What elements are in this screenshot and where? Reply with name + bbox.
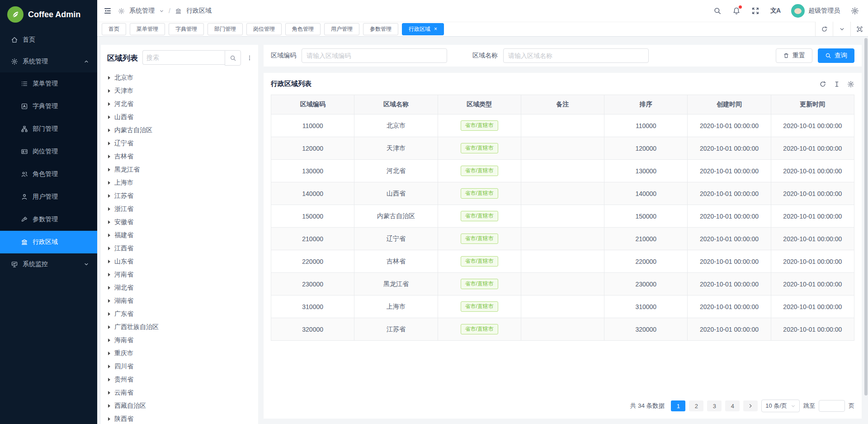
tab-5[interactable]: 岗位管理 bbox=[246, 23, 282, 35]
tree-item[interactable]: 天津市 bbox=[101, 84, 258, 97]
expand-caret-icon[interactable] bbox=[108, 194, 110, 198]
tree-item[interactable]: 广东省 bbox=[101, 307, 258, 320]
tree-item[interactable]: 福建省 bbox=[101, 229, 258, 242]
sidebar-item-post[interactable]: 岗位管理 bbox=[0, 140, 97, 163]
expand-caret-icon[interactable] bbox=[108, 76, 110, 80]
close-icon[interactable]: × bbox=[434, 26, 437, 32]
tree-item[interactable]: 江苏省 bbox=[101, 189, 258, 202]
expand-caret-icon[interactable] bbox=[108, 338, 110, 342]
search-button[interactable]: 查询 bbox=[818, 48, 854, 63]
page-button-1[interactable]: 1 bbox=[671, 400, 685, 411]
tree-item[interactable]: 湖北省 bbox=[101, 281, 258, 294]
expand-caret-icon[interactable] bbox=[108, 181, 110, 185]
expand-caret-icon[interactable] bbox=[108, 168, 110, 172]
expand-caret-icon[interactable] bbox=[108, 352, 110, 355]
tree-item[interactable]: 黑龙江省 bbox=[101, 163, 258, 176]
expand-caret-icon[interactable] bbox=[108, 102, 110, 106]
tab-4[interactable]: 部门管理 bbox=[208, 23, 243, 35]
tree-item[interactable]: 上海市 bbox=[101, 176, 258, 189]
code-filter-input[interactable] bbox=[302, 48, 447, 63]
page-scrollbar[interactable] bbox=[864, 38, 868, 395]
expand-caret-icon[interactable] bbox=[108, 207, 110, 211]
table-row[interactable]: 140000山西省省市/直辖市1400002020-10-01 00:00:00… bbox=[271, 182, 854, 205]
row-height-icon[interactable] bbox=[833, 81, 840, 88]
expand-caret-icon[interactable] bbox=[108, 286, 110, 290]
table-row[interactable]: 210000辽宁省省市/直辖市2100002020-10-01 00:00:00… bbox=[271, 228, 854, 250]
settings-gear-icon[interactable] bbox=[851, 7, 859, 15]
sidebar-item-region[interactable]: 行政区域 bbox=[0, 231, 97, 253]
tree-item[interactable]: 浙江省 bbox=[101, 202, 258, 215]
refresh-tab-icon[interactable] bbox=[815, 22, 833, 36]
name-filter-input[interactable] bbox=[503, 48, 649, 63]
table-row[interactable]: 320000江苏省省市/直辖市3200002020-10-01 00:00:00… bbox=[271, 318, 854, 341]
jump-page-input[interactable] bbox=[819, 400, 845, 412]
expand-caret-icon[interactable] bbox=[108, 365, 110, 368]
tab-1[interactable]: 首页 bbox=[102, 23, 126, 35]
expand-caret-icon[interactable] bbox=[108, 220, 110, 224]
expand-caret-icon[interactable] bbox=[108, 325, 110, 329]
expand-caret-icon[interactable] bbox=[108, 260, 110, 263]
sidebar-item-system[interactable]: 系统管理 bbox=[0, 51, 97, 72]
page-button-3[interactable]: 3 bbox=[707, 400, 722, 411]
tree-item[interactable]: 西藏自治区 bbox=[101, 399, 258, 412]
user-menu[interactable]: 超级管理员 bbox=[791, 4, 840, 18]
tab-list-chevron-icon[interactable] bbox=[833, 22, 850, 36]
tree-item[interactable]: 贵州省 bbox=[101, 373, 258, 386]
translate-icon[interactable]: 文A bbox=[770, 7, 780, 15]
tree-item[interactable]: 云南省 bbox=[101, 386, 258, 399]
tree-item[interactable]: 内蒙古自治区 bbox=[101, 124, 258, 137]
table-row[interactable]: 120000天津市省市/直辖市1200002020-10-01 00:00:00… bbox=[271, 137, 854, 160]
tree-item[interactable]: 河南省 bbox=[101, 268, 258, 281]
expand-caret-icon[interactable] bbox=[108, 404, 110, 408]
tab-3[interactable]: 字典管理 bbox=[169, 23, 204, 35]
sidebar-item-home[interactable]: 首页 bbox=[0, 29, 97, 51]
tree-item[interactable]: 山东省 bbox=[101, 255, 258, 268]
tree-search-input[interactable] bbox=[142, 50, 225, 65]
table-row[interactable]: 220000吉林省省市/直辖市2200002020-10-01 00:00:00… bbox=[271, 250, 854, 273]
expand-caret-icon[interactable] bbox=[108, 129, 110, 132]
sidebar-item-monitor[interactable]: 系统监控 bbox=[0, 253, 97, 275]
column-settings-gear-icon[interactable] bbox=[847, 81, 854, 88]
sidebar-item-role[interactable]: 角色管理 bbox=[0, 163, 97, 186]
tab-2[interactable]: 菜单管理 bbox=[130, 23, 165, 35]
expand-caret-icon[interactable] bbox=[108, 378, 110, 381]
collapse-sidebar-icon[interactable] bbox=[104, 7, 112, 15]
tree-search-button[interactable] bbox=[225, 50, 241, 66]
tree-item[interactable]: 河北省 bbox=[101, 97, 258, 110]
expand-caret-icon[interactable] bbox=[108, 417, 110, 421]
tab-7[interactable]: 用户管理 bbox=[324, 23, 359, 35]
tree-more-menu-icon[interactable] bbox=[245, 54, 254, 62]
tree-item[interactable]: 辽宁省 bbox=[101, 137, 258, 150]
page-button-2[interactable]: 2 bbox=[689, 400, 703, 411]
tab-6[interactable]: 角色管理 bbox=[285, 23, 321, 35]
tree-item[interactable]: 安徽省 bbox=[101, 215, 258, 229]
sidebar-item-user[interactable]: 用户管理 bbox=[0, 186, 97, 208]
sidebar-item-param[interactable]: 参数管理 bbox=[0, 208, 97, 231]
table-row[interactable]: 310000上海市省市/直辖市3100002020-10-01 00:00:00… bbox=[271, 295, 854, 318]
fullscreen-icon[interactable] bbox=[751, 7, 760, 15]
sidebar-item-menu[interactable]: 菜单管理 bbox=[0, 72, 97, 95]
tree-item[interactable]: 北京市 bbox=[101, 71, 258, 84]
tree-item[interactable]: 江西省 bbox=[101, 242, 258, 255]
expand-caret-icon[interactable] bbox=[108, 247, 110, 250]
sidebar-item-dict[interactable]: 字典管理 bbox=[0, 95, 97, 118]
breadcrumb-root[interactable]: 系统管理 bbox=[129, 7, 155, 15]
sidebar-item-dept[interactable]: 部门管理 bbox=[0, 118, 97, 140]
expand-caret-icon[interactable] bbox=[108, 312, 110, 316]
tab-9[interactable]: 行政区域× bbox=[402, 23, 444, 35]
tree-item[interactable]: 广西壮族自治区 bbox=[101, 320, 258, 333]
expand-caret-icon[interactable] bbox=[108, 89, 110, 93]
tree-item[interactable]: 四川省 bbox=[101, 360, 258, 373]
tab-8[interactable]: 参数管理 bbox=[363, 23, 398, 35]
expand-caret-icon[interactable] bbox=[108, 273, 110, 276]
expand-caret-icon[interactable] bbox=[108, 391, 110, 395]
reset-button[interactable]: 重置 bbox=[776, 48, 812, 63]
expand-caret-icon[interactable] bbox=[108, 115, 110, 119]
expand-caret-icon[interactable] bbox=[108, 233, 110, 237]
table-row[interactable]: 230000黑龙江省省市/直辖市2300002020-10-01 00:00:0… bbox=[271, 273, 854, 295]
notifications-bell[interactable] bbox=[732, 7, 741, 15]
table-row[interactable]: 130000河北省省市/直辖市1300002020-10-01 00:00:00… bbox=[271, 160, 854, 182]
page-size-select[interactable]: 10 条/页 bbox=[761, 400, 800, 412]
page-button-4[interactable]: 4 bbox=[725, 400, 740, 411]
tree-item[interactable]: 重庆市 bbox=[101, 347, 258, 360]
